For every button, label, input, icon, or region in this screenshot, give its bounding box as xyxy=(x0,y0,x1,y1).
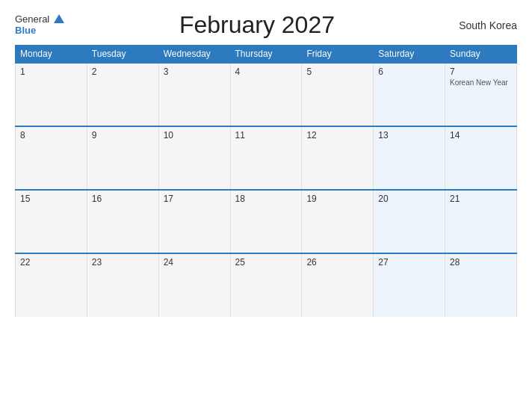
day-number-22: 22 xyxy=(20,257,82,268)
header-thursday: Thursday xyxy=(230,46,302,64)
day-cell-20: 20 xyxy=(374,190,445,253)
header-friday: Friday xyxy=(302,46,374,64)
day-number-2: 2 xyxy=(92,67,154,77)
day-number-4: 4 xyxy=(235,67,297,77)
day-cell-10: 10 xyxy=(158,126,230,190)
event-label: Korean New Year xyxy=(450,78,512,87)
day-cell-1: 1 xyxy=(16,63,87,126)
header-saturday: Saturday xyxy=(374,46,445,64)
day-cell-28: 28 xyxy=(445,253,517,317)
day-cell-9: 9 xyxy=(87,126,158,190)
day-cell-8: 8 xyxy=(16,126,87,190)
logo-general-text: General xyxy=(15,13,49,25)
day-number-17: 17 xyxy=(164,194,226,204)
days-header-row: Monday Tuesday Wednesday Thursday Friday… xyxy=(16,46,517,64)
day-number-11: 11 xyxy=(235,130,297,140)
day-number-20: 20 xyxy=(378,194,440,204)
day-cell-3: 3 xyxy=(158,63,230,126)
day-number-13: 13 xyxy=(378,130,440,140)
header-wednesday: Wednesday xyxy=(158,46,230,64)
week-row-2: 891011121314 xyxy=(16,126,517,190)
day-number-18: 18 xyxy=(235,194,297,204)
week-row-3: 15161718192021 xyxy=(16,190,517,253)
day-number-26: 26 xyxy=(306,257,368,268)
calendar-title: February 2027 xyxy=(64,11,450,39)
calendar-table: Monday Tuesday Wednesday Thursday Friday… xyxy=(15,45,517,317)
day-cell-15: 15 xyxy=(16,190,87,253)
day-number-12: 12 xyxy=(306,130,368,140)
day-number-15: 15 xyxy=(20,194,82,204)
day-cell-6: 6 xyxy=(374,63,445,126)
day-number-16: 16 xyxy=(92,194,154,204)
day-number-8: 8 xyxy=(20,130,82,140)
day-cell-7: 7Korean New Year xyxy=(445,63,517,126)
day-number-9: 9 xyxy=(92,130,154,140)
day-number-23: 23 xyxy=(92,257,154,268)
day-cell-19: 19 xyxy=(302,190,374,253)
day-number-5: 5 xyxy=(306,67,368,77)
day-number-21: 21 xyxy=(450,194,512,204)
day-number-19: 19 xyxy=(306,194,368,204)
day-cell-24: 24 xyxy=(158,253,230,317)
calendar-body: 1234567Korean New Year891011121314151617… xyxy=(16,63,517,317)
day-number-14: 14 xyxy=(450,130,512,140)
day-number-27: 27 xyxy=(378,257,440,268)
day-number-28: 28 xyxy=(450,257,512,268)
day-number-3: 3 xyxy=(164,67,226,77)
day-number-25: 25 xyxy=(235,257,297,268)
day-cell-22: 22 xyxy=(16,253,87,317)
week-row-4: 22232425262728 xyxy=(16,253,517,317)
day-cell-5: 5 xyxy=(302,63,374,126)
header-monday: Monday xyxy=(16,46,87,64)
week-row-1: 1234567Korean New Year xyxy=(16,63,517,126)
day-cell-14: 14 xyxy=(445,126,517,190)
calendar-header: General Blue February 2027 South Korea xyxy=(15,11,517,39)
day-cell-2: 2 xyxy=(87,63,158,126)
day-number-10: 10 xyxy=(164,130,226,140)
day-cell-27: 27 xyxy=(374,253,445,317)
logo-triangle-icon xyxy=(54,14,64,23)
calendar-page: General Blue February 2027 South Korea M… xyxy=(0,0,532,411)
day-cell-4: 4 xyxy=(230,63,302,126)
day-cell-16: 16 xyxy=(87,190,158,253)
day-cell-17: 17 xyxy=(158,190,230,253)
day-cell-21: 21 xyxy=(445,190,517,253)
header-tuesday: Tuesday xyxy=(87,46,158,64)
day-cell-25: 25 xyxy=(230,253,302,317)
day-cell-13: 13 xyxy=(374,126,445,190)
day-number-1: 1 xyxy=(20,67,82,77)
logo-blue-text: Blue xyxy=(15,25,36,36)
day-number-6: 6 xyxy=(378,67,440,77)
day-cell-26: 26 xyxy=(302,253,374,317)
day-cell-18: 18 xyxy=(230,190,302,253)
day-number-7: 7 xyxy=(450,67,512,77)
country-name: South Korea xyxy=(450,19,517,31)
day-cell-11: 11 xyxy=(230,126,302,190)
logo: General Blue xyxy=(15,14,64,36)
day-cell-12: 12 xyxy=(302,126,374,190)
day-cell-23: 23 xyxy=(87,253,158,317)
day-number-24: 24 xyxy=(164,257,226,268)
header-sunday: Sunday xyxy=(445,46,517,64)
